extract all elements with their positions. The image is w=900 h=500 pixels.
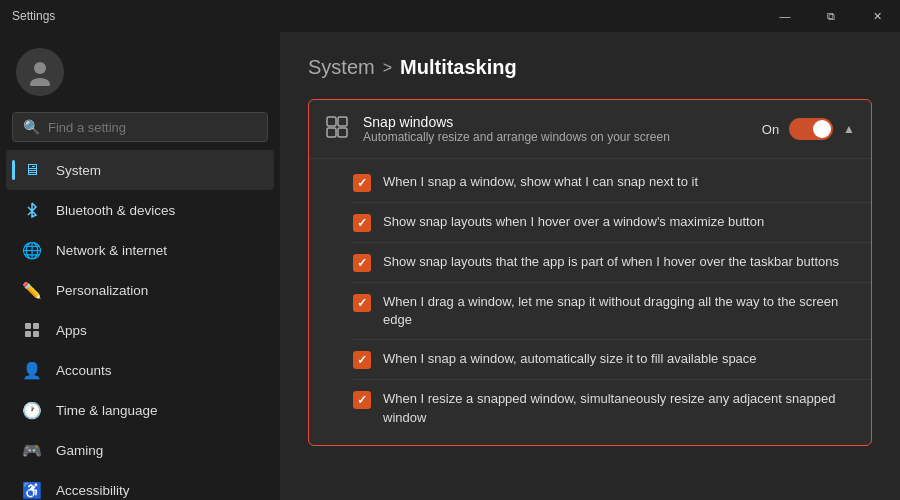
breadcrumb-chevron: >	[383, 59, 392, 77]
sidebar-item-time[interactable]: 🕐 Time & language	[6, 390, 274, 430]
snap-toggle[interactable]	[789, 118, 833, 140]
svg-rect-6	[327, 117, 336, 126]
minimize-button[interactable]: —	[762, 0, 808, 32]
snap-option-5: ✓ When I snap a window, automatically si…	[353, 340, 871, 380]
checkmark-5: ✓	[357, 353, 367, 367]
sidebar-label-system: System	[56, 163, 101, 178]
app-title: Settings	[12, 9, 55, 23]
search-box[interactable]: 🔍	[12, 112, 268, 142]
sidebar-item-personalization[interactable]: ✏️ Personalization	[6, 270, 274, 310]
profile-section	[0, 40, 280, 112]
checkmark-6: ✓	[357, 393, 367, 407]
sidebar-item-gaming[interactable]: 🎮 Gaming	[6, 430, 274, 470]
snap-option-label-1: When I snap a window, show what I can sn…	[383, 173, 698, 191]
snap-option-4: ✓ When I drag a window, let me snap it w…	[353, 283, 871, 340]
snap-checkbox-1[interactable]: ✓	[353, 174, 371, 192]
sidebar-label-accessibility: Accessibility	[56, 483, 130, 498]
checkmark-4: ✓	[357, 296, 367, 310]
checkmark-1: ✓	[357, 176, 367, 190]
svg-point-1	[30, 78, 50, 86]
sidebar-label-accounts: Accounts	[56, 363, 112, 378]
snap-windows-icon	[325, 115, 349, 144]
restore-button[interactable]: ⧉	[808, 0, 854, 32]
sidebar-label-personalization: Personalization	[56, 283, 148, 298]
accessibility-icon: ♿	[22, 480, 42, 500]
snap-option-label-4: When I drag a window, let me snap it wit…	[383, 293, 855, 329]
svg-rect-2	[25, 323, 31, 329]
sidebar-label-bluetooth: Bluetooth & devices	[56, 203, 175, 218]
snap-windows-header[interactable]: Snap windows Automatically resize and ar…	[309, 100, 871, 158]
bluetooth-icon	[22, 200, 42, 220]
svg-rect-4	[25, 331, 31, 337]
sidebar-label-network: Network & internet	[56, 243, 167, 258]
app-body: 🔍 🖥 System Bluetooth & devices 🌐 Network…	[0, 32, 900, 500]
snap-checkbox-5[interactable]: ✓	[353, 351, 371, 369]
svg-point-0	[34, 62, 46, 74]
snap-header-left: Snap windows Automatically resize and ar…	[325, 114, 670, 144]
system-icon: 🖥	[22, 160, 42, 180]
svg-rect-8	[327, 128, 336, 137]
snap-checkbox-3[interactable]: ✓	[353, 254, 371, 272]
sidebar-item-accessibility[interactable]: ♿ Accessibility	[6, 470, 274, 500]
sidebar-item-apps[interactable]: Apps	[6, 310, 274, 350]
snap-options-list: ✓ When I snap a window, show what I can …	[309, 158, 871, 445]
sidebar-item-network[interactable]: 🌐 Network & internet	[6, 230, 274, 270]
sidebar-item-bluetooth[interactable]: Bluetooth & devices	[6, 190, 274, 230]
avatar[interactable]	[16, 48, 64, 96]
snap-status-label: On	[762, 122, 779, 137]
breadcrumb: System > Multitasking	[308, 56, 872, 79]
checkmark-2: ✓	[357, 216, 367, 230]
snap-text: Snap windows Automatically resize and ar…	[363, 114, 670, 144]
snap-checkbox-4[interactable]: ✓	[353, 294, 371, 312]
snap-option-1: ✓ When I snap a window, show what I can …	[353, 163, 871, 203]
svg-rect-7	[338, 117, 347, 126]
snap-option-2: ✓ Show snap layouts when I hover over a …	[353, 203, 871, 243]
sidebar-label-time: Time & language	[56, 403, 158, 418]
search-icon: 🔍	[23, 119, 40, 135]
snap-checkbox-2[interactable]: ✓	[353, 214, 371, 232]
search-input[interactable]	[48, 120, 257, 135]
svg-rect-9	[338, 128, 347, 137]
sidebar-label-apps: Apps	[56, 323, 87, 338]
gaming-icon: 🎮	[22, 440, 42, 460]
snap-header-right: On ▲	[762, 118, 855, 140]
snap-title: Snap windows	[363, 114, 670, 130]
sidebar-item-accounts[interactable]: 👤 Accounts	[6, 350, 274, 390]
content-area: System > Multitasking S	[280, 32, 900, 500]
snap-checkbox-6[interactable]: ✓	[353, 391, 371, 409]
snap-chevron-icon[interactable]: ▲	[843, 122, 855, 136]
svg-rect-3	[33, 323, 39, 329]
sidebar-item-system[interactable]: 🖥 System	[6, 150, 274, 190]
svg-rect-5	[33, 331, 39, 337]
apps-icon	[22, 320, 42, 340]
snap-option-label-2: Show snap layouts when I hover over a wi…	[383, 213, 764, 231]
time-icon: 🕐	[22, 400, 42, 420]
snap-windows-card: Snap windows Automatically resize and ar…	[308, 99, 872, 446]
sidebar: 🔍 🖥 System Bluetooth & devices 🌐 Network…	[0, 32, 280, 500]
accounts-icon: 👤	[22, 360, 42, 380]
snap-option-3: ✓ Show snap layouts that the app is part…	[353, 243, 871, 283]
snap-option-label-5: When I snap a window, automatically size…	[383, 350, 757, 368]
snap-option-label-3: Show snap layouts that the app is part o…	[383, 253, 839, 271]
active-indicator	[12, 160, 15, 180]
titlebar: Settings — ⧉ ✕	[0, 0, 900, 32]
sidebar-label-gaming: Gaming	[56, 443, 103, 458]
network-icon: 🌐	[22, 240, 42, 260]
close-button[interactable]: ✕	[854, 0, 900, 32]
snap-option-6: ✓ When I resize a snapped window, simult…	[353, 380, 871, 436]
checkmark-3: ✓	[357, 256, 367, 270]
window-controls: — ⧉ ✕	[762, 0, 900, 32]
personalization-icon: ✏️	[22, 280, 42, 300]
breadcrumb-section: System	[308, 56, 375, 79]
snap-subtitle: Automatically resize and arrange windows…	[363, 130, 670, 144]
snap-option-label-6: When I resize a snapped window, simultan…	[383, 390, 855, 426]
breadcrumb-page: Multitasking	[400, 56, 517, 79]
